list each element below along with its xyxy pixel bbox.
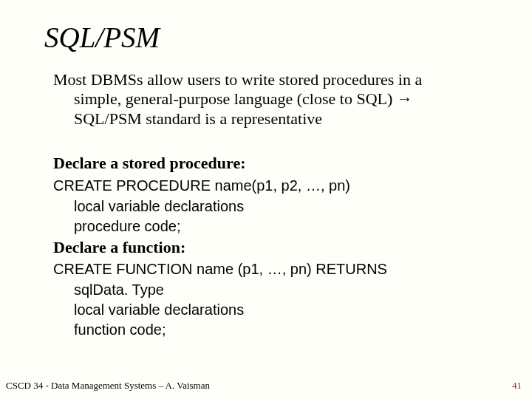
- function-code: function code;: [53, 320, 488, 340]
- page-number: 41: [512, 380, 522, 392]
- intro-line-1: Most DBMSs allow users to write stored p…: [53, 70, 422, 89]
- procedure-signature: CREATE PROCEDURE name(p1, p2, …, pn): [53, 177, 350, 194]
- intro-line-3: SQL/PSM standard is a representative: [53, 109, 488, 129]
- content-block: Declare a stored procedure: CREATE PROCE…: [53, 152, 488, 340]
- slide: SQL/PSM Most DBMSs allow users to write …: [0, 0, 532, 399]
- footer-text: CSCD 34 - Data Management Systems – A. V…: [6, 380, 210, 392]
- slide-title: SQL/PSM: [44, 21, 488, 54]
- declare-procedure-header: Declare a stored procedure:: [53, 154, 245, 172]
- declare-function-header: Declare a function:: [53, 238, 185, 256]
- function-declarations: local variable declarations: [53, 300, 488, 320]
- intro-line-2: simple, general-purpose language (close …: [53, 89, 488, 109]
- procedure-declarations: local variable declarations: [53, 197, 488, 216]
- function-return-type: sqlData. Type: [53, 280, 488, 300]
- function-signature: CREATE FUNCTION name (p1, …, pn) RETURNS: [53, 261, 387, 277]
- procedure-code: procedure code;: [53, 216, 488, 236]
- intro-paragraph: Most DBMSs allow users to write stored p…: [53, 70, 488, 129]
